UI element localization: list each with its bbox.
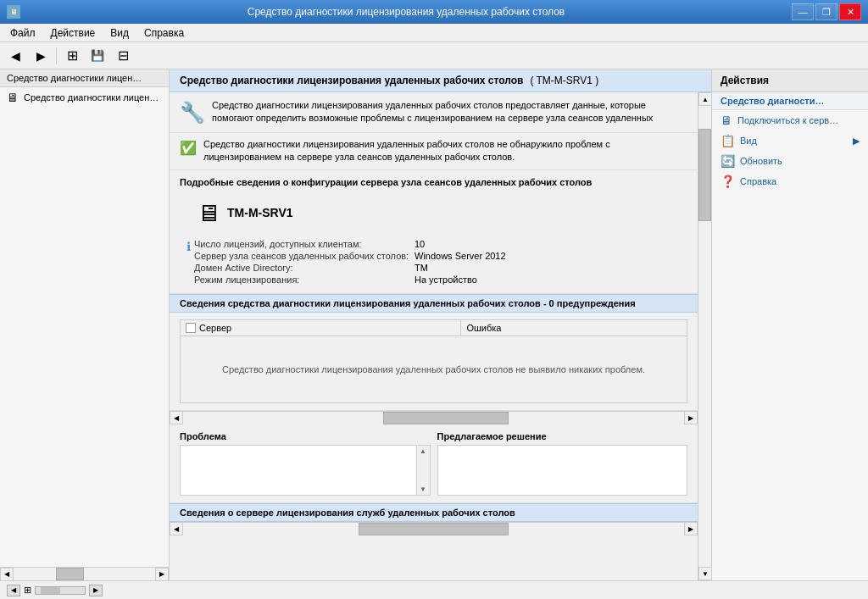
help-label: Справка [740,176,776,186]
center-header: Средство диагностики лицензирования удал… [170,69,711,92]
menu-bar: Файл Действие Вид Справка [0,24,868,42]
right-panel-view[interactable]: 📋 Вид ▶ [712,130,868,151]
window-title: Средство диагностики лицензирования удал… [20,6,792,18]
table-scrollbar-track [183,412,684,424]
left-h-scrollbar[interactable]: ◀ ▶ [0,567,169,580]
table-checkbox[interactable] [186,323,196,333]
table-scrollbar-thumb[interactable] [383,412,509,424]
table-empty-message: Средство диагностики лицензирования удал… [186,339,682,400]
left-panel: Средство диагностики лицен… 🖥 Средство д… [0,69,170,580]
info-label-2: Домен Active Directory: [194,263,415,273]
problem-scrollbar[interactable]: ▲ ▼ [416,446,430,495]
solution-content [437,445,688,496]
right-panel-header: Действия [712,69,868,92]
help-icon: ❓ [721,175,735,188]
problem-scroll-up[interactable]: ▲ [420,447,426,455]
left-scrollbar-thumb[interactable] [56,568,84,580]
menu-view[interactable]: Вид [103,25,136,41]
left-panel-item-label: Средство диагностики лицен… [24,92,159,103]
toolbar-btn-1[interactable]: ⊞ [60,45,84,67]
server-name: TM-M-SRV1 [227,206,293,219]
server-box: 🖥 TM-M-SRV1 [180,194,687,239]
detail-section: Подробные сведения о конфигурации сервер… [170,170,698,294]
success-icon: ✅ [180,140,197,156]
problem-content: ▲ ▼ [180,445,431,496]
bottom-scroll-left[interactable]: ◀ [170,522,183,535]
info-block-icon: 🔧 [180,101,205,125]
problem-panel: Проблема ▲ ▼ [180,431,431,496]
minimize-button[interactable]: — [792,3,814,20]
menu-help[interactable]: Справка [137,25,191,41]
left-scroll-left[interactable]: ◀ [0,568,14,581]
info-row-domain: Домен Active Directory: TM [194,263,506,273]
table-empty-row: Средство диагностики лицензирования удал… [181,336,687,402]
left-panel-item-diagnostics[interactable]: 🖥 Средство диагностики лицен… [0,87,169,108]
server-info: 🖥 TM-M-SRV1 [197,199,293,227]
status-left: ◀ ⊞ ▶ [7,585,103,596]
view-icon: 📋 [721,134,735,147]
bottom-panels: Проблема ▲ ▼ Предлагаемое решение [170,424,698,503]
info-value-1: Windows Server 2012 [415,251,506,261]
table-scroll-right[interactable]: ▶ [684,411,698,424]
view-submenu-arrow: ▶ [853,136,860,147]
status-scroll-indicator [35,586,86,595]
right-panel-connect[interactable]: 🖥 Подключиться к серв… [712,110,868,130]
center-header-server: ( TM-M-SRV1 ) [530,75,598,86]
close-button[interactable]: ✕ [839,3,861,20]
bottom-scroll-right[interactable]: ▶ [684,522,698,535]
table-h-scrollbar[interactable]: ◀ ▶ [170,411,698,424]
center-v-scrollbar[interactable]: ▲ ▼ [698,92,711,580]
info-value-2: TM [415,263,428,273]
toolbar-btn-3[interactable]: ⊟ [111,45,135,67]
right-panel-refresh[interactable]: 🔄 Обновить [712,151,868,171]
back-button[interactable]: ◀ [3,45,27,67]
view-label: Вид [740,136,848,146]
problem-label: Проблема [180,431,431,441]
connect-label: Подключиться к серв… [737,115,838,125]
main-layout: Средство диагностики лицен… 🖥 Средство д… [0,69,868,580]
refresh-label: Обновить [740,156,782,166]
v-scroll-up[interactable]: ▲ [698,92,711,106]
info-label-3: Режим лицензирования: [194,275,415,285]
title-bar: 🖥 Средство диагностики лицензирования уд… [0,0,868,24]
info-row-licenses: Число лицензий, доступных клиентам: 10 [194,239,506,249]
bottom-h-scrollbar[interactable]: ◀ ▶ [170,522,698,535]
success-text: Средство диагностики лицензирования удал… [203,138,687,164]
center-area: Средство диагностики лицензирования удал… [170,69,711,580]
info-value-3: На устройство [415,275,477,285]
info-table: Число лицензий, доступных клиентам: 10 С… [194,239,506,286]
solution-label: Предлагаемое решение [437,431,688,441]
info-small-icon: ℹ [186,240,191,253]
menu-file[interactable]: Файл [3,25,42,41]
info-row-server: Сервер узла сеансов удаленных рабочих ст… [194,251,506,261]
app-icon: 🖥 [7,5,20,19]
toolbar-separator [56,47,57,64]
forward-button[interactable]: ▶ [29,45,53,67]
menu-action[interactable]: Действие [44,25,103,41]
info-row-mode: Режим лицензирования: На устройство [194,275,506,285]
bottom-scrollbar-thumb[interactable] [359,523,509,535]
table-scroll-left[interactable]: ◀ [170,411,183,424]
center-header-title: Средство диагностики лицензирования удал… [180,75,523,86]
problem-scroll-down[interactable]: ▼ [420,485,426,493]
solution-panel: Предлагаемое решение [437,431,688,496]
v-scroll-down[interactable]: ▼ [698,567,711,580]
right-panel-help[interactable]: ❓ Справка [712,171,868,191]
maximize-button[interactable]: ❐ [815,3,837,20]
table-area: Сервер Ошибка Средство диагностики лице [170,313,698,411]
table-header-server: Сервер [181,319,461,336]
footer-section-title: Сведения о сервере лицензирования служб … [170,503,698,522]
title-bar-controls: — ❐ ✕ [792,3,861,20]
toolbar: ◀ ▶ ⊞ 💾 ⊟ [0,42,868,69]
diagnostics-table: Сервер Ошибка Средство диагностики лице [180,319,687,403]
right-panel: Действия Средство диагности… 🖥 Подключит… [711,69,868,580]
toolbar-btn-2[interactable]: 💾 [86,45,109,67]
v-scroll-thumb[interactable] [698,129,711,221]
status-bar: ◀ ⊞ ▶ [0,580,868,599]
status-scroll-right[interactable]: ▶ [89,585,103,596]
center-scroll-area: Средство диагностики лицензирования удал… [170,69,711,580]
info-label-1: Сервер узла сеансов удаленных рабочих ст… [194,251,415,261]
status-scroll-left[interactable]: ◀ [7,585,20,596]
v-scroll-track [698,106,711,567]
left-scroll-right[interactable]: ▶ [155,568,169,581]
